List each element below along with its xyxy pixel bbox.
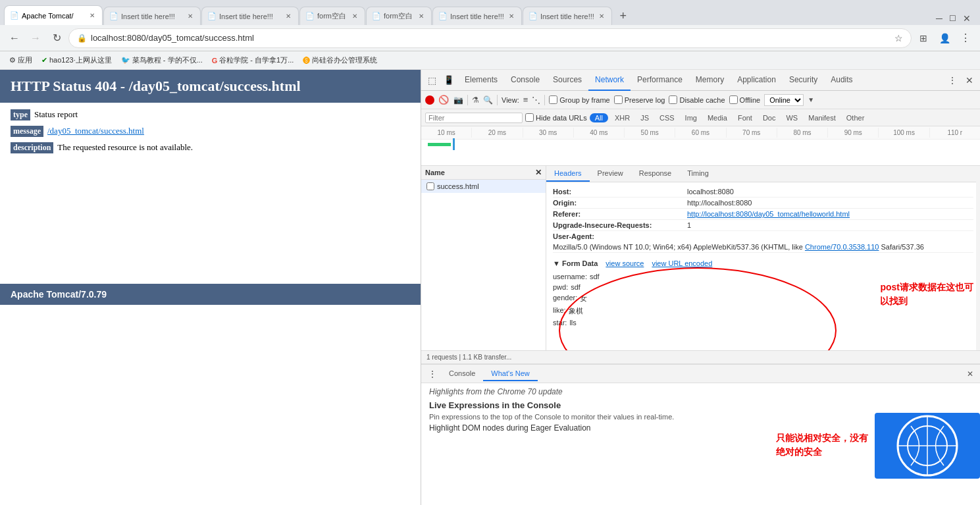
reload-button[interactable]: ↻ (47, 29, 66, 47)
bookmark-gulixy[interactable]: G 谷粒学院 - 自学拿1万... (208, 54, 298, 66)
tab-security[interactable]: Security (783, 70, 824, 91)
tab-6[interactable]: 📄 Insert title here!!! ✕ (432, 7, 522, 25)
tab-console[interactable]: Console (504, 70, 546, 91)
new-tab-button[interactable]: + (614, 7, 632, 25)
hide-data-urls-label[interactable]: Hide data URLs (525, 113, 587, 122)
extensions-icon[interactable]: ⊞ (914, 29, 933, 47)
timeline-blue-bar (453, 138, 455, 150)
view-waterfall-btn[interactable]: ⋱ (532, 95, 540, 105)
disable-cache-checkbox[interactable] (669, 95, 677, 104)
filter-type-media[interactable]: Media (704, 113, 731, 122)
bottom-tab-whatsnew[interactable]: What's New (483, 367, 537, 381)
description-row: description The requested resource is no… (11, 142, 410, 153)
dt-more-icon[interactable]: ⋮ (944, 72, 960, 88)
tab-7[interactable]: 📄 Insert title here!!! ✕ (523, 7, 612, 25)
bookmark-apps[interactable]: ⚙ 应用 (5, 54, 36, 66)
tab-7-close[interactable]: ✕ (597, 12, 606, 21)
tab-application[interactable]: Application (731, 70, 783, 91)
detail-tab-preview[interactable]: Preview (590, 166, 631, 182)
tab-1[interactable]: 📄 Apache Tomcat/ ✕ (4, 5, 103, 25)
tab-sources[interactable]: Sources (546, 70, 588, 91)
device-icon-btn[interactable]: 📱 (441, 72, 457, 88)
bookmark-apps-label: 应用 (18, 55, 32, 65)
bottom-tab-console[interactable]: Console (441, 367, 483, 381)
tab-5[interactable]: 📄 form空白 ✕ (366, 7, 432, 25)
view-url-link[interactable]: view URL encoded (652, 259, 712, 267)
form-field-gender-key: gender: (553, 294, 577, 304)
detail-tab-headers[interactable]: Headers (546, 166, 590, 182)
tab-5-close[interactable]: ✕ (417, 12, 426, 21)
filter-type-img[interactable]: Img (681, 113, 701, 122)
tab-6-close[interactable]: ✕ (507, 12, 516, 21)
tab-3-close[interactable]: ✕ (284, 12, 293, 21)
tab-1-close[interactable]: ✕ (88, 11, 97, 20)
preserve-log-checkbox[interactable] (614, 95, 623, 104)
detail-tab-timing[interactable]: Timing (679, 166, 717, 182)
description-label: description (11, 142, 53, 153)
disable-cache-label[interactable]: Disable cache (669, 95, 725, 104)
forward-button[interactable]: → (26, 29, 45, 47)
name-item-checkbox[interactable] (426, 182, 434, 190)
filter-type-doc[interactable]: Doc (759, 113, 780, 122)
offline-checkbox[interactable] (729, 95, 738, 104)
filter-type-js[interactable]: JS (636, 113, 653, 122)
filter-input[interactable] (425, 113, 523, 123)
clear-button[interactable]: 🚫 (438, 95, 449, 105)
online-select[interactable]: Online (764, 94, 804, 106)
tab-4-close[interactable]: ✕ (350, 12, 359, 21)
tab-elements[interactable]: Elements (458, 70, 504, 91)
name-item-success-html[interactable]: success.html (421, 180, 546, 193)
offline-label[interactable]: Offline (729, 95, 761, 104)
group-frame-label[interactable]: Group by frame (549, 95, 609, 104)
bookmark-shangguigu[interactable]: 🅢 尚硅谷办公管理系统 (299, 54, 381, 66)
filter-type-font[interactable]: Font (734, 113, 756, 122)
tick-20ms: 20 ms (472, 128, 523, 138)
search-icon-btn[interactable]: 🔍 (483, 95, 493, 105)
devtools-side-handle[interactable] (975, 70, 980, 505)
throttle-down-icon[interactable]: ▼ (808, 96, 814, 103)
group-frame-checkbox[interactable] (549, 95, 557, 104)
minimize-button[interactable]: ─ (936, 13, 942, 24)
view-source-link[interactable]: view source (606, 259, 644, 267)
bookmark-hao123[interactable]: ✔ hao123·上网从这里 (38, 54, 116, 66)
star-icon[interactable]: ☆ (894, 33, 903, 43)
tab-network[interactable]: Network (588, 70, 631, 91)
tab-2[interactable]: 📄 Insert title here!!! ✕ (103, 7, 201, 25)
camera-button[interactable]: 📷 (453, 95, 463, 105)
type-row: type Status report (11, 109, 410, 120)
tab-4[interactable]: 📄 form空白 ✕ (299, 7, 365, 25)
form-field-pwd-value: sdf (571, 283, 580, 291)
maximize-button[interactable]: ☐ (949, 14, 956, 23)
record-button[interactable] (425, 95, 434, 105)
filter-icon-btn[interactable]: ⚗ (472, 95, 479, 105)
devtools-tabs: Elements Console Sources Network Perform… (458, 70, 943, 91)
address-bar[interactable]: 🔒 localhost:8080/day05_tomcat/success.ht… (68, 28, 912, 48)
filter-type-ws[interactable]: WS (782, 113, 802, 122)
message-value[interactable]: /day05_tomcat/success.html (47, 126, 144, 136)
tab-memory[interactable]: Memory (689, 70, 731, 91)
filter-type-css[interactable]: CSS (656, 113, 679, 122)
hide-data-urls-checkbox[interactable] (525, 113, 534, 122)
tick-70ms: 70 ms (727, 128, 777, 138)
filter-type-all[interactable]: All (590, 113, 608, 122)
view-list-btn[interactable]: ≡ (523, 95, 529, 105)
bookmark-runoob[interactable]: 🐦 菜鸟教程 - 学的不仅... (117, 54, 207, 66)
bottom-menu-icon[interactable]: ⋮ (424, 367, 441, 381)
tab-performance[interactable]: Performance (631, 70, 689, 91)
header-host: Host: localhost:8080 (553, 186, 973, 198)
name-panel-close[interactable]: ✕ (535, 168, 542, 177)
main-area: HTTP Status 404 - /day05_tomcat/success.… (0, 70, 980, 505)
user-icon[interactable]: 👤 (935, 29, 954, 47)
detail-tab-response[interactable]: Response (631, 166, 680, 182)
inspect-icon-btn[interactable]: ⬚ (424, 72, 440, 88)
close-button[interactable]: ✕ (963, 13, 971, 24)
tab-2-close[interactable]: ✕ (186, 12, 195, 21)
back-button[interactable]: ← (5, 29, 24, 47)
tab-3[interactable]: 📄 Insert title here!!! ✕ (201, 7, 299, 25)
preserve-log-label[interactable]: Preserve log (614, 95, 665, 104)
filter-type-manifest[interactable]: Manifest (804, 113, 840, 122)
menu-icon[interactable]: ⋮ (956, 29, 975, 47)
filter-type-xhr[interactable]: XHR (611, 113, 634, 122)
tab-audits[interactable]: Audits (824, 70, 859, 91)
filter-type-other[interactable]: Other (842, 113, 869, 122)
